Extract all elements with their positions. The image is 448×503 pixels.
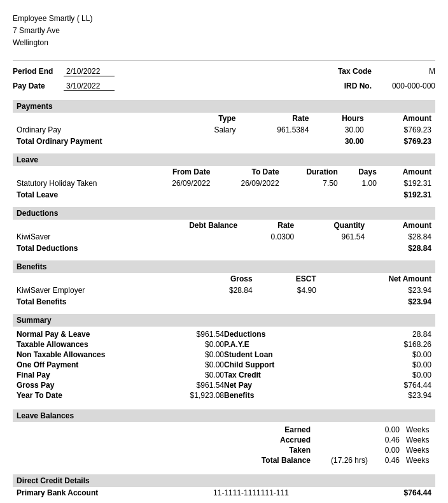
summary-label: Deductions: [224, 330, 265, 339]
table-row: Statutory Holiday Taken 26/09/2022 26/09…: [13, 178, 435, 189]
payments-total-row: Total Ordinary Payment 30.00 $769.23: [13, 136, 435, 147]
summary-value: $0.00: [205, 340, 224, 349]
deductions-total-row: Total Deductions $28.84: [13, 243, 435, 254]
deduction-debt: [139, 231, 241, 243]
summary-value: $1,923.08: [190, 391, 224, 400]
summary-label: Tax Credit: [224, 371, 261, 379]
deductions-col-qty: Quantity: [298, 220, 368, 231]
leave-col-duration: Duration: [283, 166, 342, 178]
benefits-table: Gross ESCT Net Amount KiwiSaver Employer…: [13, 273, 435, 308]
benefit-name: KiwiSaver Employer: [13, 285, 186, 296]
summary-label: Final Pay: [17, 371, 50, 379]
summary-right: Deductions 28.84 P.A.Y.E $168.26 Student…: [224, 329, 431, 400]
summary-value: $764.44: [404, 381, 431, 390]
leave-total-row: Total Leave $192.31: [13, 189, 435, 201]
period-end-value: 2/10/2022: [64, 67, 115, 76]
summary-value: $0.00: [412, 360, 431, 369]
benefits-col-name: [13, 273, 186, 285]
summary-value: $0.00: [412, 371, 431, 379]
header-section: Employee Smartly ( LL) 7 Smartly Ave Wel…: [13, 13, 435, 50]
summary-label: Year To Date: [17, 391, 62, 400]
leave-col-to: To Date: [214, 166, 283, 178]
summary-value: $0.00: [205, 350, 224, 359]
payments-header-row: Type Rate Hours Amount: [13, 113, 435, 124]
address-line1: 7 Smartly Ave: [13, 25, 435, 37]
lb-total-value: 0.46: [374, 456, 400, 465]
lb-unit: Weeks: [406, 446, 431, 455]
summary-value: $23.94: [408, 391, 431, 400]
pay-date-row: Pay Date 3/10/2022: [13, 81, 224, 91]
payments-total-label: Total Ordinary Payment: [13, 136, 185, 147]
leave-col-days: Days: [342, 166, 381, 178]
address-line2: Wellington: [13, 37, 435, 49]
benefits-col-net: Net Amount: [320, 273, 435, 285]
summary-value: $961.54: [197, 330, 224, 339]
deduction-rate: 0.0300: [241, 231, 298, 243]
lb-sub-hours: (17.26 hrs): [317, 456, 368, 465]
lb-value: 0.46: [374, 436, 400, 444]
payments-total-rate: [239, 136, 312, 147]
leave-balances-header: Leave Balances: [13, 409, 435, 422]
deduction-amount: $28.84: [368, 231, 435, 243]
deductions-col-rate: Rate: [241, 220, 298, 231]
list-item: Gross Pay $961.54: [17, 380, 224, 390]
payments-total-amount: $769.23: [368, 136, 435, 147]
deductions-header: Deductions: [13, 207, 435, 220]
list-item: Non Taxable Allowances $0.00: [17, 350, 224, 360]
lb-label: Earned: [247, 425, 311, 434]
leave-amount: $192.31: [381, 178, 435, 189]
list-item: Accrued 0.46 Weeks: [17, 435, 431, 445]
list-item: Child Support $0.00: [224, 360, 431, 370]
dc-account-number: 11-1111-1111111-111: [213, 488, 289, 497]
lb-value: 0.00: [374, 446, 400, 455]
summary-label: Benefits: [224, 391, 254, 400]
summary-value: $0.00: [205, 371, 224, 379]
payment-amount: $769.23: [368, 124, 435, 136]
lb-value: 0.00: [374, 425, 400, 434]
benefits-header: Benefits: [13, 260, 435, 273]
benefit-esct: $4.90: [256, 285, 320, 296]
deduction-qty: 961.54: [298, 231, 368, 243]
leave-table: From Date To Date Duration Days Amount S…: [13, 166, 435, 201]
lb-sub: [317, 425, 368, 434]
lb-total-label: Total Balance: [247, 456, 311, 465]
payment-hours: 30.00: [312, 124, 367, 136]
lb-unit: Weeks: [406, 436, 431, 444]
tax-code-label: Tax Code: [338, 67, 372, 76]
payments-total-type: [185, 136, 239, 147]
ird-row: IRD No. 000-000-000: [224, 81, 435, 94]
summary-label: Child Support: [224, 360, 274, 369]
leave-col-name: [13, 166, 145, 178]
payment-rate: 961.5384: [239, 124, 312, 136]
lb-sub: [317, 446, 368, 455]
payments-table: Type Rate Hours Amount Ordinary Pay Sala…: [13, 113, 435, 147]
table-row: Ordinary Pay Salary 961.5384 30.00 $769.…: [13, 124, 435, 136]
benefit-gross: $28.84: [186, 285, 256, 296]
summary-header: Summary: [13, 314, 435, 327]
header-divider: [13, 60, 435, 60]
lb-total-unit: Weeks: [406, 456, 431, 465]
deductions-header-row: Debt Balance Rate Quantity Amount: [13, 220, 435, 231]
dc-label: Primary Bank Account: [17, 488, 98, 497]
summary-label: Normal Pay & Leave: [17, 330, 90, 339]
deductions-col-amount: Amount: [368, 220, 435, 231]
list-item: Net Pay $764.44: [224, 380, 431, 390]
leave-from: 26/09/2022: [145, 178, 214, 189]
benefits-total-row: Total Benefits $23.94: [13, 296, 435, 308]
list-item: Benefits $23.94: [224, 390, 431, 400]
summary-label: P.A.Y.E: [224, 340, 249, 349]
summary-label: Gross Pay: [17, 381, 54, 390]
deduction-name: KiwiSaver: [13, 231, 139, 243]
meta-section: Period End 2/10/2022 Tax Code M: [13, 67, 435, 79]
deductions-col-debt: Debt Balance: [139, 220, 241, 231]
payments-col-hours: Hours: [312, 113, 367, 124]
leave-total-label: Total Leave: [13, 189, 145, 201]
lb-sub: [317, 436, 368, 444]
list-item: P.A.Y.E $168.26: [224, 339, 431, 350]
leave-duration: 7.50: [283, 178, 342, 189]
summary-value: $961.54: [197, 381, 224, 390]
benefits-header-row: Gross ESCT Net Amount: [13, 273, 435, 285]
benefits-col-gross: Gross: [186, 273, 256, 285]
tax-code-row: Tax Code M: [224, 67, 435, 79]
payments-col-type: Type: [185, 113, 239, 124]
